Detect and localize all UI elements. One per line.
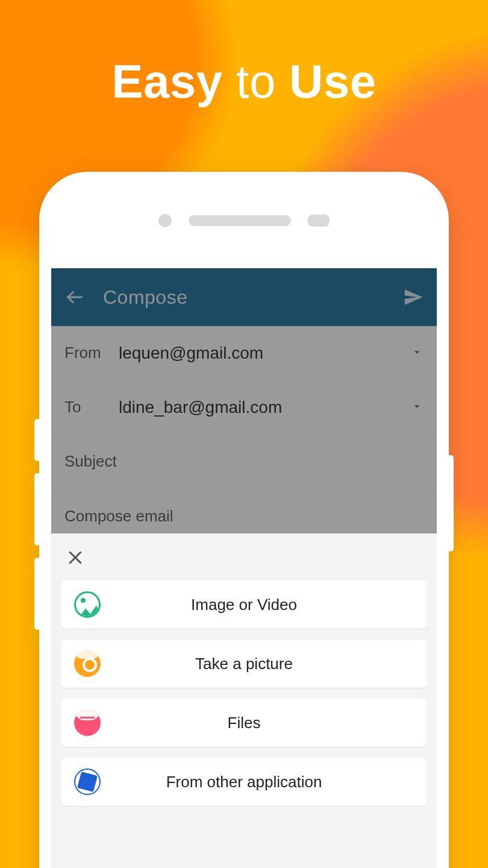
apps-icon xyxy=(74,769,101,795)
phone-sensor xyxy=(308,215,330,227)
files-icon xyxy=(74,709,101,736)
attach-option-other-app[interactable]: From other application xyxy=(61,758,427,806)
attachment-sheet: Image or Video Take a picture Files From… xyxy=(51,533,437,868)
phone-speaker xyxy=(189,215,291,226)
hero-word: Use xyxy=(289,55,377,108)
attach-option-take-picture[interactable]: Take a picture xyxy=(61,640,427,688)
camera-icon xyxy=(74,650,101,677)
phone-side-button xyxy=(34,558,40,630)
phone-side-button xyxy=(34,419,40,461)
hero-word: Easy xyxy=(111,55,222,108)
phone-side-button xyxy=(34,473,40,546)
hero-word: to xyxy=(223,55,289,108)
hero-title: Easy to Use xyxy=(0,54,488,109)
phone-speaker-row xyxy=(39,214,449,227)
close-icon[interactable] xyxy=(61,543,90,572)
option-label: Take a picture xyxy=(74,655,414,673)
promo-background: Easy to Use Compose xyxy=(0,0,488,868)
option-label: From other application xyxy=(74,773,414,791)
image-icon xyxy=(74,591,101,618)
option-label: Image or Video xyxy=(74,596,414,614)
phone-screen: Compose From lequen@gmail.com To ldine_b… xyxy=(51,268,437,868)
phone-side-button xyxy=(448,455,454,552)
option-label: Files xyxy=(74,714,414,732)
phone-mockup: Compose From lequen@gmail.com To ldine_b… xyxy=(39,172,449,868)
phone-camera-dot xyxy=(158,214,172,227)
attach-option-files[interactable]: Files xyxy=(61,699,427,747)
attach-option-image-video[interactable]: Image or Video xyxy=(61,580,427,629)
